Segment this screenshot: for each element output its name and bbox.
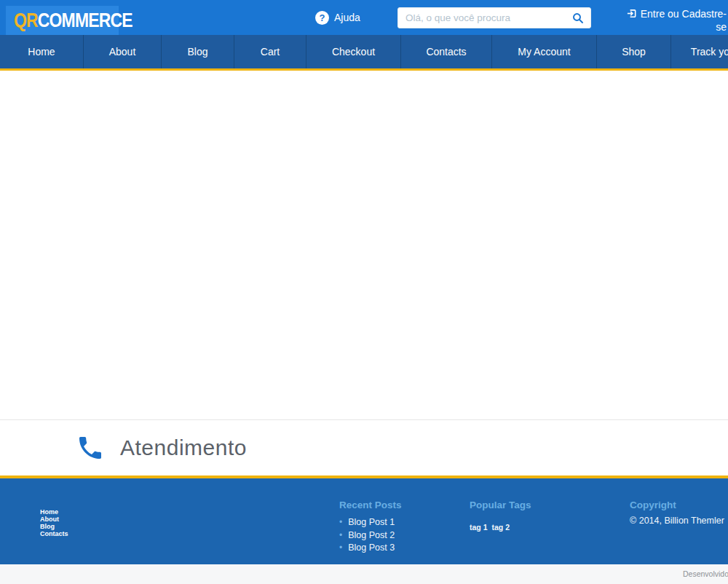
login-register-label: Entre ou Cadastre-se	[641, 8, 727, 33]
magnifier-icon	[571, 12, 585, 25]
tag-link[interactable]: tag 1	[470, 523, 488, 532]
logo[interactable]: QRCOMMERCE	[6, 6, 119, 35]
help-link[interactable]: ? Ajuda	[315, 0, 360, 35]
search-input[interactable]	[398, 12, 570, 23]
logo-part-commerce: COMMERCE	[38, 9, 132, 31]
main-nav: HomeAboutBlogCartCheckoutContactsMy Acco…	[0, 35, 728, 71]
footer-copyright: Copyright © 2014, Billion Themler	[630, 500, 724, 526]
tag-link[interactable]: tag 2	[492, 523, 510, 532]
phone-icon	[76, 433, 105, 462]
nav-item[interactable]: Blog	[162, 35, 234, 68]
bottom-credit-bar: Desenvolvido p	[0, 564, 728, 584]
search-button[interactable]	[570, 12, 590, 25]
popular-tags-title: Popular Tags	[470, 500, 531, 510]
search-box	[397, 7, 591, 28]
help-label: Ajuda	[334, 12, 360, 23]
recent-posts-list: Blog Post 1Blog Post 2Blog Post 3	[339, 516, 402, 555]
page-content-area	[0, 71, 728, 420]
logo-part-qr: QR	[14, 9, 38, 31]
enter-icon	[626, 8, 637, 19]
recent-post-link[interactable]: Blog Post 1	[339, 516, 402, 529]
developer-credit-text: Desenvolvido p	[683, 569, 728, 578]
top-header: QRCOMMERCE ? Ajuda Entre ou Cadastre-se	[0, 0, 728, 35]
recent-posts-title: Recent Posts	[339, 500, 402, 510]
footer-recent-posts: Recent Posts Blog Post 1Blog Post 2Blog …	[339, 500, 402, 555]
footer-link[interactable]: Home	[40, 508, 68, 516]
copyright-title: Copyright	[630, 500, 724, 510]
footer-popular-tags: Popular Tags tag 1tag 2	[470, 500, 531, 533]
copyright-text: © 2014, Billion Themler	[630, 516, 724, 526]
tag-list: tag 1tag 2	[470, 520, 531, 533]
nav-item[interactable]: Shop	[597, 35, 671, 68]
footer-link[interactable]: Blog	[40, 523, 68, 530]
nav-item[interactable]: Home	[0, 35, 84, 68]
support-title: Atendimento	[120, 435, 247, 460]
footer-nav-links: HomeAboutBlogContacts	[40, 508, 68, 537]
question-circle-icon: ?	[315, 11, 329, 25]
nav-item[interactable]: Contacts	[401, 35, 492, 68]
nav-item[interactable]: My Account	[492, 35, 597, 68]
recent-post-link[interactable]: Blog Post 3	[339, 542, 402, 555]
nav-item[interactable]: Track your Order	[671, 35, 728, 68]
nav-item[interactable]: Checkout	[306, 35, 401, 68]
login-register-link[interactable]: Entre ou Cadastre-se	[617, 7, 727, 33]
nav-item[interactable]: About	[84, 35, 162, 68]
footer-link[interactable]: About	[40, 516, 68, 523]
nav-item[interactable]: Cart	[234, 35, 306, 68]
logo-text: QRCOMMERCE	[14, 9, 132, 32]
support-section: Atendimento	[0, 420, 728, 476]
footer: HomeAboutBlogContacts Recent Posts Blog …	[0, 476, 728, 564]
recent-post-link[interactable]: Blog Post 2	[339, 529, 402, 542]
footer-link[interactable]: Contacts	[40, 530, 68, 537]
